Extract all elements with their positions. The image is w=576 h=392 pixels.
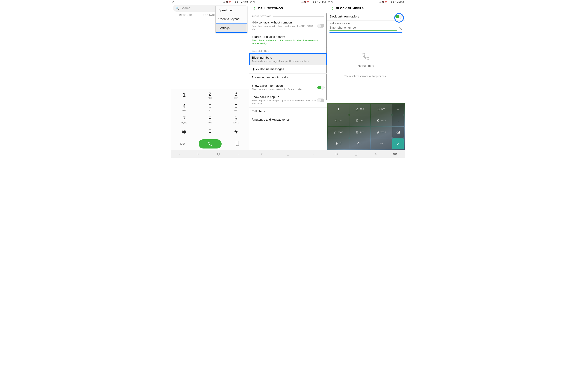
menu-settings[interactable]: Settings [216, 24, 247, 33]
empty-state: No numbers The numbers you add will appe… [327, 33, 405, 103]
status-time: 1:42 PM [317, 1, 326, 3]
row-block-numbers[interactable]: Block numbers Block calls and messages f… [249, 53, 327, 65]
dial-key-hash[interactable]: # [223, 126, 249, 138]
kbd-key-return[interactable] [371, 139, 392, 149]
nav-home-icon[interactable]: ▢ [354, 152, 358, 156]
toggle-calls-popup[interactable] [317, 99, 324, 102]
menu-speed-dial[interactable]: Speed dial [216, 6, 247, 15]
kbd-key-1[interactable]: 1 [328, 104, 349, 114]
dial-key-4[interactable]: 4GHI [171, 101, 197, 113]
kbd-key-5[interactable]: 5JKL [349, 115, 370, 126]
alarm-icon: ⏰ [229, 1, 231, 3]
nav-back-icon[interactable]: ← [237, 152, 241, 156]
dial-key-star[interactable]: ✱ [171, 126, 197, 138]
menu-open-keypad[interactable]: Open to keypad [216, 15, 247, 24]
kbd-key-period[interactable]: . [392, 115, 404, 126]
kbd-key-backspace[interactable] [392, 127, 404, 138]
row-search-places[interactable]: Search for places nearby Show phone numb… [249, 33, 327, 47]
kbd-key-8[interactable]: 8TUV [349, 127, 370, 138]
highlight-circle [394, 13, 404, 23]
screen-call-settings: ▢▢ ✱ 🔇 ⏰ ᯤ ▮ ▮ 1:42 PM 〈 CALL SETTINGS P… [249, 0, 327, 158]
nav-recents-icon[interactable]: ⎘ [260, 152, 264, 156]
dialpad: 1 2ABC 3DEF 4GHI 5JKL 6MNO 7PQRS 8TUV 9W… [171, 89, 249, 150]
svg-point-3 [400, 27, 401, 28]
kbd-key-9[interactable]: 9WXYZ [371, 127, 392, 138]
signal-icon: ▮ [391, 1, 392, 3]
row-quick-decline[interactable]: Quick decline messages [249, 65, 327, 74]
empty-hint: The numbers you add will appear here. [345, 75, 387, 78]
call-button[interactable] [199, 139, 222, 148]
dial-key-0[interactable]: 0+ [197, 126, 223, 138]
sim-icon: ▢ [331, 1, 333, 3]
dial-key-8[interactable]: 8TUV [197, 113, 223, 126]
row-calls-popup[interactable]: Show calls in pop-up Show ongoing calls … [249, 93, 327, 108]
kbd-key-star-hash[interactable]: ✱ # [328, 139, 349, 149]
nav-recents-icon[interactable]: ⎘ [196, 152, 201, 156]
voicemail-icon[interactable] [176, 142, 190, 145]
nav-recents-icon[interactable]: ⎘ [335, 152, 339, 156]
dial-key-3[interactable]: 3DEF [223, 89, 249, 101]
nav-home-icon[interactable]: ▢ [286, 152, 290, 156]
toggle-hide-contacts[interactable] [317, 24, 324, 28]
status-time: 1:42 PM [239, 1, 248, 3]
wifi-icon: ᯤ [310, 1, 312, 3]
kbd-key-minus[interactable]: – [392, 104, 404, 114]
image-icon: ▢ [328, 1, 330, 3]
back-icon[interactable]: 〈 [252, 6, 256, 11]
tab-recents[interactable]: RECENTS [173, 14, 198, 16]
phone-outline-icon [362, 52, 370, 62]
kbd-key-done[interactable] [392, 139, 404, 149]
nav-keyboard-icon[interactable]: ⌨ [393, 152, 397, 156]
dial-key-5[interactable]: 5JKL [197, 101, 223, 113]
dial-key-7[interactable]: 7PQRS [171, 113, 197, 126]
dial-key-1[interactable]: 1 [171, 89, 197, 101]
hide-keypad-button[interactable]: Hide [230, 141, 245, 147]
row-block-unknown[interactable]: Block unknown callers [327, 13, 405, 21]
kbd-key-2[interactable]: 2ABC [349, 104, 370, 114]
mute-icon: 🔇 [381, 1, 384, 3]
row-hide-contacts[interactable]: Hide contacts without numbers Only show … [249, 19, 327, 33]
android-nav-bar: ⎘ ▢ ← [249, 150, 327, 158]
status-bar: ▢ ✱ 🔇 ⏰ ᯤ ▮ ▮ 1:42 PM [171, 0, 249, 4]
add-phone-label: Add phone number [327, 21, 405, 25]
search-icon: 🔍 [175, 6, 179, 10]
phone-number-input[interactable] [329, 25, 397, 30]
dial-key-6[interactable]: 6MNO [223, 101, 249, 113]
contacts-picker-icon[interactable] [398, 26, 403, 30]
row-call-alerts[interactable]: Call alerts [249, 108, 327, 116]
wifi-icon: ᯤ [388, 1, 390, 3]
section-phone-settings: PHONE SETTINGS [249, 13, 327, 19]
nav-home-icon[interactable]: ▢ [216, 152, 221, 156]
overflow-menu: Speed dial Open to keypad Settings [215, 6, 247, 33]
bluetooth-icon: ✱ [223, 1, 225, 3]
kbd-key-0[interactable]: 0+ [349, 139, 370, 149]
bluetooth-icon: ✱ [379, 1, 381, 3]
row-caller-info[interactable]: Show caller information Show the latest … [249, 82, 327, 93]
signal-icon: ▮ [235, 1, 236, 3]
image-icon: ▢ [250, 1, 252, 3]
dial-key-9[interactable]: 9WXYZ [223, 113, 249, 126]
kbd-key-4[interactable]: 4GHI [328, 115, 349, 126]
status-time: 1:43 PM [395, 1, 404, 3]
svg-point-2 [183, 143, 185, 145]
kbd-key-7[interactable]: 7PRQS [328, 127, 349, 138]
nav-back-icon[interactable]: ⇩ [374, 152, 378, 156]
row-ringtones[interactable]: Ringtones and keypad tones [249, 116, 327, 124]
kbd-key-3[interactable]: 3DEF [371, 104, 392, 114]
alarm-icon: ⏰ [307, 1, 309, 3]
toggle-caller-info[interactable] [317, 86, 324, 89]
section-call-settings: CALL SETTINGS [249, 47, 327, 53]
battery-icon: ▮ [315, 1, 316, 3]
row-answering-ending[interactable]: Answering and ending calls [249, 74, 327, 82]
status-bar: ▢▢ ✱ 🔇 ⏰ ᯤ ▮ ▮ 1:42 PM [249, 0, 327, 4]
nav-back-icon[interactable]: ← [312, 152, 316, 156]
back-icon[interactable]: 〈 [329, 6, 334, 11]
mute-icon: 🔇 [303, 1, 306, 3]
battery-icon: ▮ [237, 1, 238, 3]
titlebar: 〈 CALL SETTINGS [249, 4, 327, 13]
kbd-key-6[interactable]: 6MNO [371, 115, 392, 126]
dial-key-2[interactable]: 2ABC [197, 89, 223, 101]
svg-rect-0 [181, 143, 185, 145]
sim-icon: ▢ [253, 1, 255, 3]
titlebar: 〈 BLOCK NUMBERS [327, 4, 405, 13]
